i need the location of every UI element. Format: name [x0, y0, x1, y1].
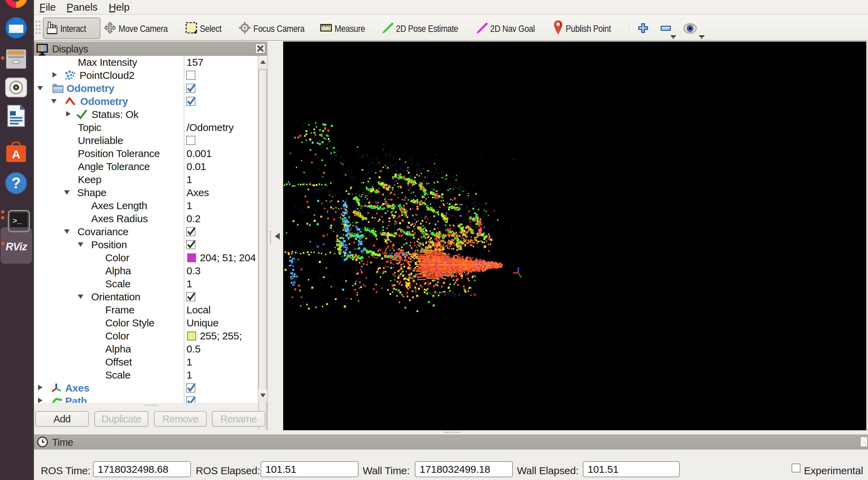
svg-text:?: ?	[12, 175, 21, 191]
svg-text:>_: >_	[13, 217, 22, 226]
svg-text:A: A	[12, 148, 21, 161]
